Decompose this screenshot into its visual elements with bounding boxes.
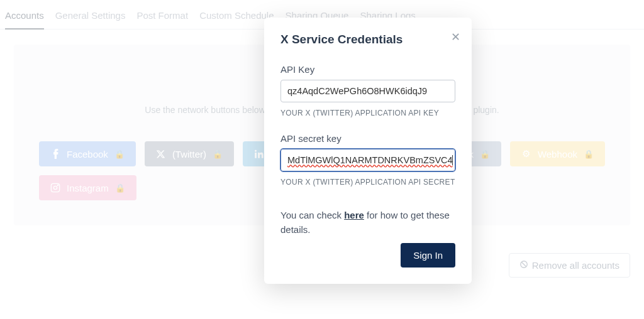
sign-in-button[interactable]: Sign In bbox=[401, 243, 455, 268]
modal-title: X Service Credentials bbox=[280, 33, 455, 46]
api-secret-help: YOUR X (TWITTER) APPLICATION API SECRET bbox=[280, 176, 455, 188]
api-key-field[interactable] bbox=[280, 80, 455, 102]
close-button[interactable]: ✕ bbox=[451, 30, 460, 44]
close-icon: ✕ bbox=[451, 31, 460, 43]
api-key-help: YOUR X (TWITTER) APPLICATION API KEY bbox=[280, 107, 455, 119]
credentials-modal: ✕ X Service Credentials API Key YOUR X (… bbox=[264, 18, 472, 284]
help-link[interactable]: here bbox=[344, 210, 364, 220]
modal-help-text: You can check here for how to get these … bbox=[280, 208, 455, 237]
api-secret-label: API secret key bbox=[280, 133, 455, 144]
api-key-label: API Key bbox=[280, 64, 455, 75]
api-secret-field[interactable]: MdTlMGWlQ1NARMTDNRKVBmZSVC4 bbox=[280, 149, 455, 171]
